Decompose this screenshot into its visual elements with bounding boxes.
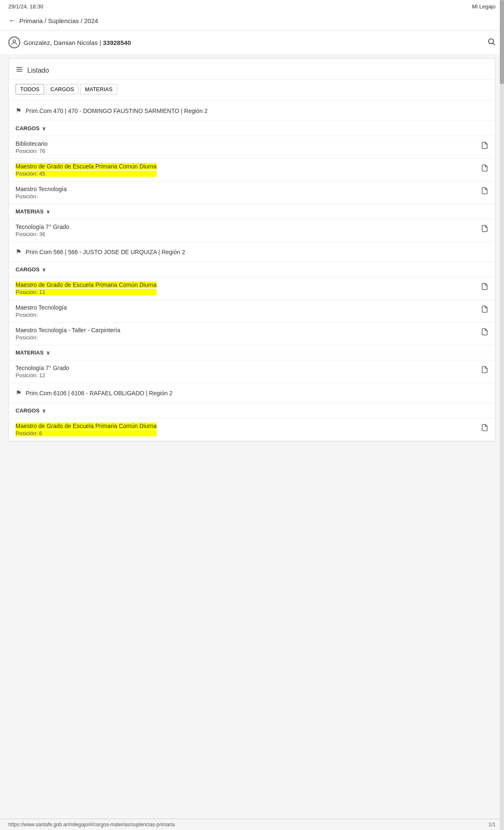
scrollbar[interactable] — [500, 0, 504, 830]
svg-line-2 — [493, 43, 495, 45]
item-content: Maestro de Grado de Escuela Primaria Com… — [16, 423, 157, 436]
bottom-url: https://www.santafe.gob.ar/milegajo/#/ca… — [8, 822, 175, 827]
doc-icon[interactable] — [481, 164, 488, 174]
user-info: Gonzalez, Damian Nicolas | 33928540 — [8, 37, 131, 48]
user-id: 33928540 — [103, 39, 131, 46]
status-bar: 29/1/24, 18:30 Mi Legajo — [0, 0, 504, 13]
cargos-section-header-1[interactable]: CARGOS ∨ — [9, 121, 495, 136]
item-row-maestro-tecnologia-1: Maestro Tecnología Posición: — [9, 181, 495, 204]
back-button[interactable]: ← — [8, 16, 16, 25]
flag-icon: ⚑ — [16, 389, 21, 397]
user-bar: Gonzalez, Damian Nicolas | 33928540 — [0, 31, 504, 54]
item-name-highlighted: Maestro de Grado de Escuela Primaria Com… — [16, 281, 157, 288]
scrollbar-thumb[interactable] — [500, 0, 504, 84]
flag-icon: ⚑ — [16, 107, 21, 115]
item-name: Maestro Tecnología — [16, 304, 67, 311]
item-position: Posición: 36 — [16, 231, 69, 237]
filter-tabs: TODOS CARGOS MATERIAS — [9, 80, 495, 101]
doc-icon[interactable] — [481, 186, 488, 197]
item-content: Maestro Tecnología - Taller - Carpinterí… — [16, 327, 120, 341]
item-row-maestro-grado-2: Maestro de Grado de Escuela Primaria Com… — [9, 277, 495, 300]
item-position: Posición: 76 — [16, 148, 47, 154]
doc-icon[interactable] — [481, 282, 488, 293]
list-icon — [16, 66, 23, 75]
item-row-bibliotecario: Bibliotecario Posición: 76 — [9, 136, 495, 159]
item-name: Maestro Tecnología - Taller - Carpinterí… — [16, 327, 120, 334]
item-row-maestro-grado-3: Maestro de Grado de Escuela Primaria Com… — [9, 418, 495, 441]
chevron-down-icon: ∨ — [46, 209, 50, 215]
item-row-tecnologia-7-2: Tecnología 7° Grado Posición: 12 — [9, 360, 495, 383]
materias-section-header-1[interactable]: MATERIAS ∨ — [9, 204, 495, 219]
item-name-highlighted: Maestro de Grado de Escuela Primaria Com… — [16, 423, 157, 429]
doc-icon[interactable] — [481, 305, 488, 315]
cargos-label-2: CARGOS — [16, 266, 39, 273]
item-position: Posición: — [16, 334, 120, 341]
user-avatar — [8, 37, 20, 48]
item-position: Posición: — [16, 193, 67, 200]
item-position: Posición: 12 — [16, 372, 69, 378]
filter-tab-todos[interactable]: TODOS — [16, 84, 44, 95]
school-block-2: ⚑ Prim.Com 566 | 566 - JUSTO JOSE DE URQ… — [9, 242, 495, 383]
pagination: 1/1 — [488, 822, 496, 827]
item-content: Maestro de Grado de Escuela Primaria Com… — [16, 281, 157, 295]
doc-icon[interactable] — [481, 141, 488, 152]
bottom-bar: https://www.santafe.gob.ar/milegajo/#/ca… — [0, 819, 504, 830]
school-row-1: ⚑ Prim.Com 470 | 470 - DOMINGO FAUSTINO … — [9, 101, 495, 121]
doc-icon[interactable] — [481, 328, 488, 338]
item-content: Maestro Tecnología Posición: — [16, 304, 67, 318]
datetime: 29/1/24, 18:30 — [8, 3, 43, 10]
listado-header: Listado — [9, 59, 495, 80]
item-name: Maestro Tecnología — [16, 186, 67, 192]
school-name-2: Prim.Com 566 | 566 - JUSTO JOSE DE URQUI… — [26, 249, 185, 255]
item-row-tecnologia-7-1: Tecnología 7° Grado Posición: 36 — [9, 219, 495, 242]
school-row-2: ⚑ Prim.Com 566 | 566 - JUSTO JOSE DE URQ… — [9, 242, 495, 262]
search-button[interactable] — [487, 37, 496, 48]
school-block-3: ⚑ Prim.Com 6106 | 6106 - RAFAEL OBLIGADO… — [9, 383, 495, 441]
item-content: Bibliotecario Posición: 76 — [16, 140, 47, 154]
item-position-highlighted: Posición: 6 — [16, 430, 157, 436]
item-position-highlighted: Posición: 11 — [16, 289, 157, 295]
item-content: Maestro de Grado de Escuela Primaria Com… — [16, 163, 157, 177]
breadcrumb: Primaria / Suplencias / 2024 — [19, 17, 98, 24]
item-content: Maestro Tecnología Posición: — [16, 186, 67, 200]
item-name: Tecnología 7° Grado — [16, 365, 69, 371]
cargos-section-header-2[interactable]: CARGOS ∨ — [9, 262, 495, 277]
doc-icon[interactable] — [481, 365, 488, 376]
item-content: Tecnología 7° Grado Posición: 12 — [16, 365, 69, 378]
item-name: Bibliotecario — [16, 140, 47, 147]
svg-point-1 — [488, 39, 494, 44]
user-name: Gonzalez, Damian Nicolas | 33928540 — [24, 39, 131, 46]
item-position-highlighted: Posición: 45 — [16, 171, 157, 177]
item-row-maestro-tecnologia-2: Maestro Tecnología Posición: — [9, 300, 495, 323]
chevron-down-icon: ∨ — [42, 408, 46, 414]
listado-title: Listado — [27, 67, 49, 74]
main-card: Listado TODOS CARGOS MATERIAS ⚑ Prim.Com… — [8, 58, 496, 441]
item-row-maestro-taller: Maestro Tecnología - Taller - Carpinterí… — [9, 323, 495, 345]
flag-icon: ⚑ — [16, 248, 21, 256]
filter-tab-cargos[interactable]: CARGOS — [46, 84, 79, 95]
cargos-label-1: CARGOS — [16, 125, 39, 131]
cargos-label-3: CARGOS — [16, 407, 39, 414]
materias-label-1: MATERIAS — [16, 208, 44, 215]
chevron-down-icon: ∨ — [42, 267, 46, 273]
svg-point-0 — [13, 40, 16, 42]
school-name-1: Prim.Com 470 | 470 - DOMINGO FAUSTINO SA… — [26, 108, 207, 114]
chevron-down-icon: ∨ — [46, 350, 50, 356]
nav-bar: ← Primaria / Suplencias / 2024 — [0, 13, 504, 31]
doc-icon[interactable] — [481, 423, 488, 434]
materias-section-header-2[interactable]: MATERIAS ∨ — [9, 345, 495, 360]
filter-tab-materias[interactable]: MATERIAS — [80, 84, 117, 95]
item-name-highlighted: Maestro de Grado de Escuela Primaria Com… — [16, 163, 157, 170]
cargos-section-header-3[interactable]: CARGOS ∨ — [9, 403, 495, 418]
school-row-3: ⚑ Prim.Com 6106 | 6106 - RAFAEL OBLIGADO… — [9, 383, 495, 403]
school-name-3: Prim.Com 6106 | 6106 - RAFAEL OBLIGADO |… — [26, 390, 173, 397]
chevron-down-icon: ∨ — [42, 126, 46, 131]
doc-icon[interactable] — [481, 224, 488, 235]
school-block-1: ⚑ Prim.Com 470 | 470 - DOMINGO FAUSTINO … — [9, 101, 495, 242]
item-content: Tecnología 7° Grado Posición: 36 — [16, 223, 69, 237]
item-position: Posición: — [16, 312, 67, 318]
materias-label-2: MATERIAS — [16, 349, 44, 356]
app-title: Mi Legajo — [472, 3, 496, 10]
item-name: Tecnología 7° Grado — [16, 223, 69, 230]
item-row-maestro-grado-1: Maestro de Grado de Escuela Primaria Com… — [9, 159, 495, 181]
